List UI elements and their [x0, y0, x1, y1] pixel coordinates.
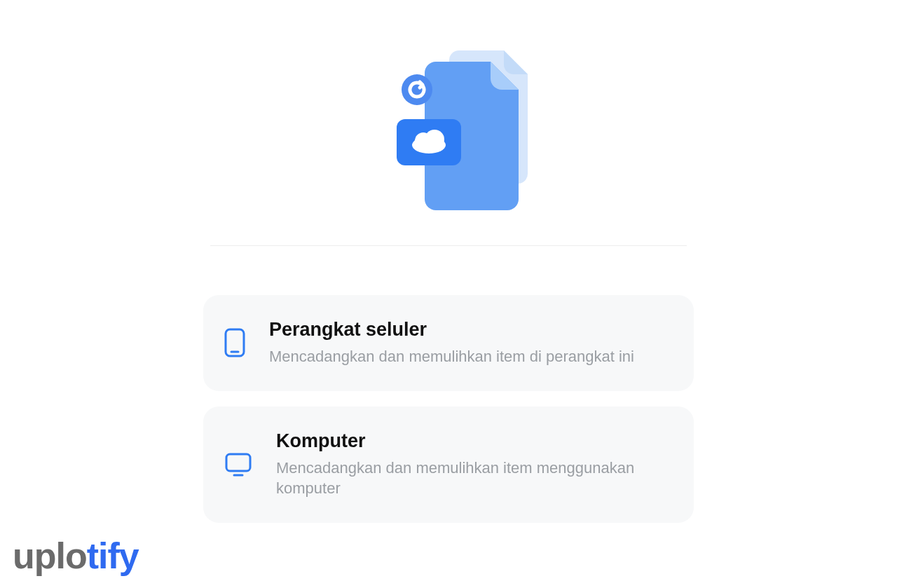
mobile-icon — [224, 328, 245, 357]
option-title: Komputer — [276, 430, 666, 452]
option-description: Mencadangkan dan memulihkan item di pera… — [269, 346, 666, 367]
monitor-icon — [224, 452, 252, 477]
option-description: Mencadangkan dan memulihkan item menggun… — [276, 458, 666, 499]
option-mobile-device[interactable]: Perangkat seluler Mencadangkan dan memul… — [203, 295, 694, 391]
watermark-part-2: tify — [87, 535, 139, 576]
section-divider — [210, 245, 687, 246]
backup-illustration — [203, 21, 694, 217]
watermark-part-1: uplo — [13, 535, 87, 576]
svg-rect-7 — [226, 454, 250, 471]
svg-point-0 — [402, 74, 432, 105]
option-computer[interactable]: Komputer Mencadangkan dan memulihkan ite… — [203, 406, 694, 523]
watermark-logo: uplotify — [13, 535, 139, 577]
option-title: Perangkat seluler — [269, 319, 666, 341]
svg-point-4 — [425, 130, 444, 149]
